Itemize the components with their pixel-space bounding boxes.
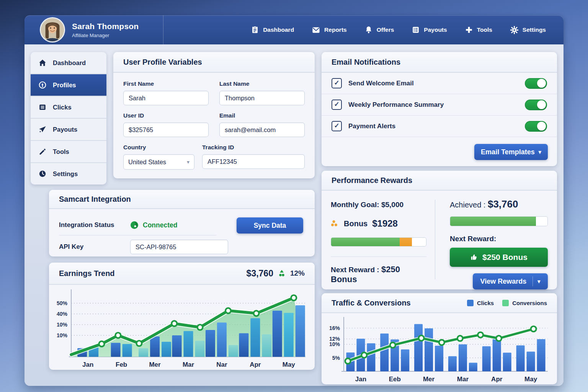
bonus-row: Bonus $1928 xyxy=(331,218,426,229)
sidebar-item-dashboard[interactable]: Dashboard xyxy=(31,52,106,74)
earnings-title: Earnings Trend xyxy=(59,269,115,278)
performance-rewards-header: Performance Rewards xyxy=(322,171,557,191)
api-key-label: API Key xyxy=(59,243,130,251)
view-rewards-label: View Rewards xyxy=(480,278,527,286)
user-profile-form: First Name Last Name User ID Email xyxy=(113,73,315,177)
nav-item-label: Tools xyxy=(477,26,492,33)
samcart-integration-card: Samcart Integration Integration Status C… xyxy=(49,190,315,256)
header-divider xyxy=(163,15,163,44)
first-name-field[interactable] xyxy=(123,91,209,105)
top-header-bar: Sarah Thompson Affiliate Manager Dashboa… xyxy=(24,15,564,44)
email-notifications-card: Email Notifications ✓Send Welcome Email✓… xyxy=(322,52,557,166)
earnings-total: $3,760 xyxy=(247,268,273,279)
toggle-send-welcome-email[interactable] xyxy=(525,78,547,89)
svg-text:Apr: Apr xyxy=(491,376,503,383)
nav-item-payouts[interactable]: Payouts xyxy=(412,26,447,34)
achieved-progress-green xyxy=(450,217,536,226)
sidebar-item-profiles[interactable]: Profiles xyxy=(31,74,106,96)
email-templates-label: Email Templates xyxy=(481,148,535,156)
notification-label: Payment Alerts xyxy=(348,122,395,130)
notification-label: Weekly Performance Summary xyxy=(348,101,444,109)
notification-label: Send Welcome Email xyxy=(348,80,414,87)
connected-status-icon xyxy=(130,221,139,229)
bonus-250-button[interactable]: $250 Bonus xyxy=(450,248,548,267)
country-label: Country xyxy=(123,144,194,151)
clock-icon xyxy=(38,170,47,178)
nav-item-dashboard[interactable]: Dashboard xyxy=(251,26,294,34)
view-rewards-button[interactable]: View Rewards ▾ xyxy=(473,273,548,289)
sync-data-label: Sync Data xyxy=(254,222,286,230)
user-profile-card-header: User Profile Variables xyxy=(113,52,315,73)
caret-down-icon: ▾ xyxy=(539,149,541,155)
bell-icon xyxy=(364,26,373,34)
bonus-dots-icon xyxy=(331,219,339,228)
sync-data-button[interactable]: Sync Data xyxy=(237,217,303,234)
nav-item-tools[interactable]: Tools xyxy=(465,26,492,34)
legend-label: Clicks xyxy=(477,300,494,306)
legend-item-clicks: Clicks xyxy=(467,300,494,306)
svg-text:16%: 16% xyxy=(329,325,340,331)
user-profile-block[interactable]: Sarah Thompson Affiliate Manager xyxy=(24,17,139,42)
home-icon xyxy=(38,59,47,67)
sidebar-item-payouts[interactable]: Payouts xyxy=(31,119,106,141)
toggle-weekly-performance-summary[interactable] xyxy=(525,100,547,110)
checkbox-send-welcome-email[interactable]: ✓ xyxy=(332,78,342,88)
nav-item-offers[interactable]: Offers xyxy=(364,26,394,34)
performance-rewards-title: Performance Rewards xyxy=(332,176,412,185)
toggle-payment-alerts[interactable] xyxy=(525,121,547,132)
svg-text:Mar: Mar xyxy=(183,361,194,368)
legend-item-conversions: Conversions xyxy=(502,300,547,306)
sidebar-item-label: Settings xyxy=(53,170,78,178)
monthly-goal: Monthly Goal: $5,000 xyxy=(331,201,426,209)
samcart-header: Samcart Integration xyxy=(49,190,315,209)
performance-rewards-card: Performance Rewards Monthly Goal: $5,000… xyxy=(322,171,557,289)
goal-progress-orange xyxy=(400,238,412,246)
user-id-field[interactable] xyxy=(123,122,209,137)
traffic-conversions-card: Traffic & Conversions ClicksConversions … xyxy=(322,293,557,384)
next-reward-text: Next Reward : $250 Bonus xyxy=(331,265,426,284)
notification-rows: ✓Send Welcome Email✓Weekly Performance S… xyxy=(322,73,557,137)
traffic-header: Traffic & Conversions ClicksConversions xyxy=(322,293,557,313)
button-separator xyxy=(532,276,533,286)
earnings-trend-card: Earnings Trend $3,760 12% 10%10%40%50%Ja… xyxy=(49,263,315,370)
next-reward2-label: Next Reward: xyxy=(450,235,548,243)
tracking-id-field[interactable] xyxy=(202,154,305,169)
integration-status-value: Connected xyxy=(130,221,177,229)
paper-plane-icon xyxy=(38,125,47,134)
email-field[interactable] xyxy=(219,122,305,137)
bonus-250-label: $250 Bonus xyxy=(482,253,528,262)
sidebar-item-tools[interactable]: Tools xyxy=(31,141,106,163)
checkbox-payment-alerts[interactable]: ✓ xyxy=(332,121,342,131)
nav-item-settings[interactable]: Settings xyxy=(510,26,546,34)
samcart-divider xyxy=(59,235,216,235)
nav-item-label: Offers xyxy=(377,26,394,33)
email-templates-button[interactable]: Email Templates ▾ xyxy=(474,144,548,160)
sidebar: DashboardProfilesClicksPayoutsToolsSetti… xyxy=(31,52,106,185)
country-select[interactable]: United States ▾ xyxy=(123,154,194,170)
checkbox-weekly-performance-summary[interactable]: ✓ xyxy=(332,100,342,110)
api-key-field[interactable] xyxy=(130,240,228,254)
svg-text:Mar: Mar xyxy=(457,376,469,383)
samcart-body: Integration Status Connected API Key Syn… xyxy=(49,209,315,263)
sidebar-item-settings[interactable]: Settings xyxy=(31,163,106,185)
nav-item-reports[interactable]: Reports xyxy=(312,26,347,34)
list-lines-icon xyxy=(38,103,47,111)
last-name-field[interactable] xyxy=(219,91,305,105)
notification-row-weekly-performance-summary: ✓Weekly Performance Summary xyxy=(322,94,557,116)
svg-text:Mer: Mer xyxy=(423,376,435,383)
svg-text:Eeb: Eeb xyxy=(389,376,401,383)
nav-item-label: Settings xyxy=(523,26,546,33)
svg-text:50%: 50% xyxy=(57,300,68,306)
sidebar-item-label: Clicks xyxy=(53,104,72,111)
svg-text:Mer: Mer xyxy=(149,361,161,368)
svg-text:10%: 10% xyxy=(57,332,68,338)
sidebar-item-label: Payouts xyxy=(53,126,77,133)
sidebar-item-clicks[interactable]: Clicks xyxy=(31,96,106,119)
svg-text:Jan: Jan xyxy=(355,376,366,383)
goal-progress-green xyxy=(331,238,400,246)
toggle-knob xyxy=(537,79,546,88)
caret-down-icon: ▾ xyxy=(537,278,540,284)
svg-text:5%: 5% xyxy=(332,355,340,361)
first-name-label: First Name xyxy=(123,80,209,87)
toggle-knob xyxy=(537,122,546,131)
